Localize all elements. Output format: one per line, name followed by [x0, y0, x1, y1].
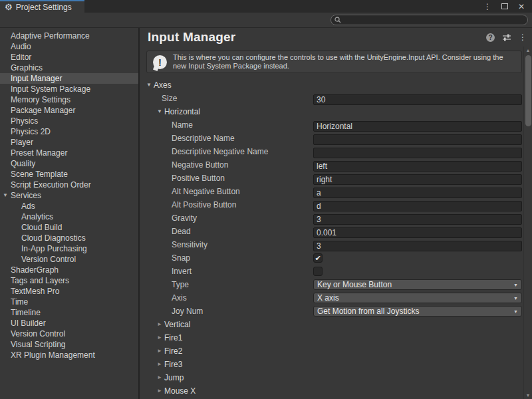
sidebar-item-tags-and-layers[interactable]: Tags and Layers — [0, 275, 138, 286]
joy-num-dropdown[interactable]: Get Motion from all Joysticks▼ — [313, 306, 522, 317]
snap-checkbox[interactable]: ✔ — [313, 253, 323, 263]
sidebar-item-scene-template[interactable]: Scene Template — [0, 169, 138, 180]
vertical-scrollbar[interactable]: ▲ ▼ — [523, 47, 532, 399]
row-vertical: ►Vertical — [140, 318, 523, 331]
sidebar-item-xr-plugin-management[interactable]: XR Plugin Management — [0, 350, 138, 360]
dropdown-wrap: Get Motion from all Joysticks▼ — [313, 306, 522, 317]
invert-checkbox[interactable] — [313, 267, 323, 276]
sidebar-item-script-execution-order[interactable]: Script Execution Order — [0, 180, 138, 190]
sidebar-item-cloud-diagnostics[interactable]: Cloud Diagnostics — [0, 233, 138, 243]
property-label: Negative Button — [172, 158, 228, 172]
gravity-field[interactable] — [313, 214, 522, 225]
sidebar-item-cloud-build[interactable]: Cloud Build — [0, 222, 138, 233]
axis-dropdown[interactable]: X axis▼ — [313, 293, 522, 303]
help-icon[interactable]: ? — [486, 33, 495, 42]
sidebar-item-in-app-purchasing[interactable]: In-App Purchasing — [0, 243, 138, 254]
scroll-down-icon[interactable]: ▼ — [524, 393, 532, 398]
row-horizontal: ▼Horizontal — [140, 105, 523, 118]
foldout-closed-icon[interactable]: ► — [157, 371, 162, 384]
alt-positive-button-field[interactable] — [313, 201, 522, 211]
type-dropdown[interactable]: Key or Mouse Button▼ — [313, 279, 522, 290]
tab-project-settings[interactable]: ⚙ Project Settings — [0, 0, 84, 13]
tab-title: Project Settings — [16, 3, 72, 12]
row-sensitivity: Sensitivity — [140, 238, 523, 251]
sidebar-item-audio[interactable]: Audio — [0, 41, 138, 52]
size-field[interactable] — [313, 94, 522, 105]
field-wrap — [313, 173, 522, 184]
property-label[interactable]: Mouse X — [164, 384, 196, 398]
sidebar-item-time[interactable]: Time — [0, 297, 138, 307]
project-settings-window: ⚙ Project Settings ⋮ ✕ Adaptive Performa… — [0, 0, 532, 399]
sidebar-item-editor[interactable]: Editor — [0, 52, 138, 63]
positive-button-field[interactable] — [313, 174, 522, 185]
foldout-closed-icon[interactable]: ► — [157, 318, 162, 331]
close-icon[interactable]: ✕ — [518, 3, 525, 11]
sidebar-item-adaptive-performance[interactable]: Adaptive Performance — [0, 31, 138, 41]
sidebar-item-version-control[interactable]: Version Control — [0, 254, 138, 265]
row-mouse-x: ►Mouse X — [140, 384, 523, 398]
alt-negative-button-field[interactable] — [313, 188, 522, 198]
dead-field[interactable] — [313, 227, 522, 238]
more-menu-icon[interactable]: ⋮ — [519, 34, 527, 41]
descriptive-name-field[interactable] — [313, 134, 522, 145]
row-size: Size — [140, 92, 523, 105]
sidebar-item-package-manager[interactable]: Package Manager — [0, 105, 138, 116]
search-box[interactable] — [331, 15, 528, 25]
row-descriptive-name: Descriptive Name — [140, 132, 523, 145]
scroll-up-icon[interactable]: ▲ — [524, 48, 532, 53]
search-input[interactable] — [344, 16, 527, 24]
property-label: Alt Positive Button — [172, 198, 236, 211]
sidebar-item-physics-2d[interactable]: Physics 2D — [0, 126, 138, 137]
foldout-open-icon[interactable]: ▼ — [146, 78, 152, 92]
sidebar-item-graphics[interactable]: Graphics — [0, 63, 138, 73]
property-label: Positive Button — [172, 172, 225, 185]
sidebar-item-memory-settings[interactable]: Memory Settings — [0, 94, 138, 105]
sidebar-item-textmesh-pro[interactable]: TextMesh Pro — [0, 286, 138, 297]
foldout-closed-icon[interactable]: ► — [157, 344, 162, 358]
maximize-icon[interactable] — [501, 3, 508, 9]
toolbar — [0, 13, 532, 28]
property-label[interactable]: Vertical — [164, 318, 190, 331]
sidebar-item-analytics[interactable]: Analytics — [0, 211, 138, 222]
sidebar-item-timeline[interactable]: Timeline — [0, 307, 138, 318]
sidebar-item-ads[interactable]: Ads — [0, 201, 138, 211]
sidebar-item-version-control[interactable]: Version Control — [0, 329, 138, 339]
property-label[interactable]: Jump — [164, 371, 184, 384]
property-label[interactable]: Axes — [154, 78, 172, 92]
foldout-closed-icon[interactable]: ► — [157, 358, 162, 371]
search-icon — [334, 17, 341, 23]
sidebar-item-quality[interactable]: Quality — [0, 158, 138, 169]
chevron-down-icon: ▼ — [513, 309, 518, 314]
foldout-closed-icon[interactable]: ► — [157, 331, 162, 344]
scrollbar-thumb[interactable] — [525, 55, 531, 126]
sensitivity-field[interactable] — [313, 241, 522, 251]
row-alt-negative-button: Alt Negative Button — [140, 185, 523, 198]
descriptive-negative-name-field[interactable] — [313, 148, 522, 158]
name-field[interactable] — [313, 121, 522, 132]
foldout-open-icon[interactable]: ▼ — [3, 190, 8, 201]
info-icon: ! — [153, 55, 167, 69]
presets-icon[interactable] — [502, 33, 511, 41]
property-label[interactable]: Fire1 — [164, 331, 182, 344]
sidebar-item-shadergraph[interactable]: ShaderGraph — [0, 265, 138, 275]
property-label[interactable]: Fire3 — [164, 358, 182, 371]
property-label[interactable]: Horizontal — [164, 105, 200, 118]
foldout-open-icon[interactable]: ▼ — [157, 105, 162, 118]
property-label[interactable]: Fire2 — [164, 344, 182, 358]
dropdown-wrap: Key or Mouse Button▼ — [313, 279, 522, 290]
row-invert: Invert — [140, 265, 523, 278]
sidebar-item-input-manager[interactable]: Input Manager — [0, 73, 138, 84]
dropdown-wrap: X axis▼ — [313, 293, 522, 303]
window-menu-icon[interactable]: ⋮ — [483, 3, 491, 10]
sidebar-item-physics[interactable]: Physics — [0, 116, 138, 126]
sidebar-item-ui-builder[interactable]: UI Builder — [0, 318, 138, 329]
foldout-closed-icon[interactable]: ► — [157, 384, 162, 398]
sidebar-item-visual-scripting[interactable]: Visual Scripting — [0, 339, 138, 350]
sidebar-item-player[interactable]: Player — [0, 137, 138, 148]
property-label: Alt Negative Button — [172, 185, 240, 198]
negative-button-field[interactable] — [313, 161, 522, 172]
checkbox-wrap: ✔ — [313, 253, 522, 263]
sidebar-item-input-system-package[interactable]: Input System Package — [0, 84, 138, 94]
sidebar-item-services[interactable]: ▼Services — [0, 190, 138, 201]
sidebar-item-preset-manager[interactable]: Preset Manager — [0, 148, 138, 158]
